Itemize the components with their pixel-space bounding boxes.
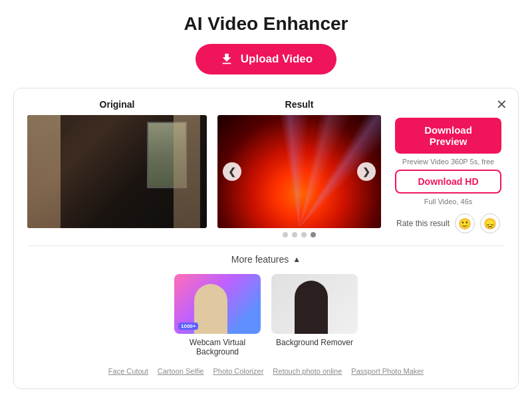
next-arrow-button[interactable]: ❯ — [357, 162, 376, 181]
close-button[interactable]: ✕ — [496, 96, 507, 112]
curtain-right — [174, 115, 200, 228]
next-arrow-icon: ❯ — [362, 166, 370, 177]
slider-dots — [217, 232, 381, 237]
hd-description: Full Video, 46s — [424, 198, 473, 205]
download-hd-button[interactable]: Download HD — [395, 170, 501, 194]
main-card: ✕ Original Result — [13, 88, 519, 389]
footer-link-face-cutout[interactable]: Face Cutout — [108, 367, 148, 375]
original-img-content — [27, 115, 207, 228]
webcam-badge: 1000+ — [178, 323, 198, 330]
prev-arrow-icon: ❮ — [228, 166, 236, 177]
thumbs-up-button[interactable]: 🙂 — [455, 213, 475, 233]
original-label: Original — [27, 99, 207, 110]
bgremover-thumb-bg — [271, 274, 358, 334]
download-hd-label: Download HD — [418, 176, 479, 187]
page-wrapper: AI Video Enhancer Upload Video ✕ Origina… — [0, 0, 532, 407]
footer-link-photo-colorizer[interactable]: Photo Colorizer — [213, 367, 264, 375]
divider — [27, 245, 505, 246]
more-features-text: More features — [231, 254, 289, 265]
webcam-label: Webcam Virtual Background — [174, 338, 261, 356]
thumbs-down-button[interactable]: 😞 — [480, 213, 500, 233]
upload-video-button[interactable]: Upload Video — [196, 44, 336, 74]
caret-up-icon: ▲ — [293, 255, 301, 264]
curtain-left — [27, 115, 61, 228]
happy-icon: 🙂 — [458, 217, 471, 230]
page-title: AI Video Enhancer — [184, 13, 348, 35]
bgremover-label: Background Remover — [276, 338, 353, 347]
dot-2 — [292, 232, 297, 237]
person-silhouette — [194, 284, 227, 334]
footer-link-retouch[interactable]: Retouch photo online — [273, 367, 342, 375]
result-slider: ❮ ❯ — [217, 115, 381, 228]
bgremover-thumbnail — [271, 274, 358, 334]
dot-4 — [311, 232, 316, 237]
rate-row: Rate this result 🙂 😞 — [396, 213, 500, 233]
preview-description: Preview Video 360P 5s, free — [402, 158, 494, 166]
download-preview-button[interactable]: Download Preview — [395, 118, 501, 154]
webcam-thumbnail: 1000+ — [174, 274, 261, 334]
webcam-thumb-bg: 1000+ — [174, 274, 261, 334]
feature-card-webcam[interactable]: 1000+ Webcam Virtual Background — [174, 274, 261, 356]
original-column: Original — [27, 99, 207, 237]
feature-cards: 1000+ Webcam Virtual Background Backgrou… — [27, 274, 505, 356]
upload-icon — [219, 52, 234, 67]
footer-link-passport[interactable]: Passport Photo Maker — [351, 367, 424, 375]
result-actions: Download Preview Preview Video 360P 5s, … — [392, 99, 505, 237]
footer-link-cartoon-selfie[interactable]: Cartoon Selfie — [158, 367, 204, 375]
comparison-section: Original Result — [27, 99, 505, 237]
dot-1 — [283, 232, 288, 237]
download-preview-label: Download Preview — [424, 124, 472, 147]
person2-silhouette — [295, 281, 328, 334]
dot-3 — [301, 232, 307, 237]
result-label: Result — [217, 99, 381, 110]
rate-text: Rate this result — [396, 219, 450, 228]
more-features-row: More features ▲ — [27, 254, 505, 265]
result-column: Result ❮ ❯ — [217, 99, 381, 237]
feature-card-bgremover[interactable]: Background Remover — [271, 274, 358, 356]
upload-button-label: Upload Video — [241, 53, 313, 66]
prev-arrow-button[interactable]: ❮ — [223, 162, 241, 181]
footer-links: Face Cutout Cartoon Selfie Photo Coloriz… — [27, 367, 505, 375]
original-image — [27, 115, 207, 228]
sad-icon: 😞 — [483, 217, 497, 230]
